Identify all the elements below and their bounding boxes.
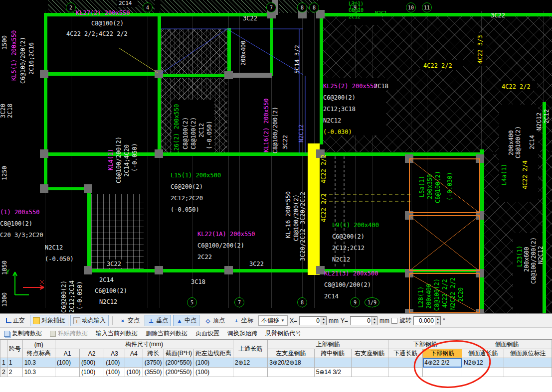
cell-side-through-rebar[interactable] (462, 368, 504, 377)
col-header[interactable]: 下部钢筋 (423, 349, 462, 358)
offset-dropdown[interactable]: 不偏移 ▼ (258, 315, 288, 326)
cantilever-rebar-code-button[interactable]: 悬臂钢筋代号 (265, 329, 301, 338)
cell-section-bh[interactable]: (200*550) (164, 358, 193, 368)
perpendicular-icon: ⊥ (148, 317, 155, 324)
col-header[interactable]: 跨长 (143, 349, 164, 358)
chevron-down-icon: ▼ (281, 318, 285, 323)
col-header[interactable]: 侧面原位标注 (504, 349, 552, 358)
col-header[interactable]: 距左边线距离 (194, 349, 233, 358)
col-group-header[interactable]: 侧面钢筋 (462, 340, 552, 349)
cell-a3[interactable]: (100) (104, 368, 125, 377)
cad-text: 4C22 2/2 (423, 63, 452, 69)
input-current-column-button[interactable]: 输入当前列数据 (96, 329, 138, 338)
y-input[interactable] (351, 317, 371, 324)
cad-text: (-0.050) (45, 256, 74, 262)
col-header[interactable]: 终点标高 (22, 349, 55, 358)
cell-span-no[interactable]: 2 (7, 368, 22, 377)
col-header[interactable]: A4 (125, 349, 143, 358)
col-group-header[interactable] (0, 340, 7, 358)
rotate-spinner[interactable]: ▲▼ (435, 317, 440, 325)
x-spinner[interactable]: ▲▼ (321, 317, 326, 325)
col-header[interactable]: 侧面通长筋 (462, 349, 504, 358)
cell-a4[interactable]: (100) (125, 368, 143, 377)
cell-end-elevation[interactable]: 10.3 (22, 368, 55, 377)
cad-text: 2C14 (529, 135, 535, 149)
row-header[interactable]: 2 (0, 368, 7, 377)
cell-section-bh[interactable]: (200*550) (164, 368, 193, 377)
col-group-header[interactable]: 下部钢筋 (388, 340, 462, 349)
intersection-label: 交点 (128, 316, 140, 325)
cell-side-through-rebar[interactable]: N2⊕12 (462, 358, 504, 368)
cell-span-length[interactable]: (3750) (143, 358, 164, 368)
cad-canvas[interactable]: 247889101157891/9KL27(2) 200x550C8@100(2… (0, 0, 552, 313)
col-header[interactable]: A2 (80, 349, 104, 358)
cad-text: 4C22 2/2 (502, 84, 531, 90)
cad-text: 2C14 (324, 293, 339, 299)
vertex-label: 顶点 (213, 316, 225, 325)
cell-a2[interactable]: (100) (80, 368, 104, 377)
cell-top-through-rebar[interactable]: 2⊕12 (233, 358, 268, 368)
col-header[interactable]: 跨中钢筋 (314, 349, 351, 358)
cell-a3[interactable]: (100) (104, 358, 125, 368)
vertex-snap-button[interactable]: ◇ 顶点 (201, 315, 228, 326)
cell-right-support-rebar[interactable] (351, 368, 388, 377)
cad-text: 2C20 (458, 287, 464, 302)
coordinate-snap-button[interactable]: + 坐标 (230, 315, 256, 326)
col-group-header[interactable]: 上部钢筋 (268, 340, 388, 349)
cell-bottom-rebar[interactable]: 4⊕22 2/2 (423, 358, 462, 368)
cell-right-support-rebar[interactable] (351, 358, 388, 368)
y-spinner[interactable]: ▲▼ (371, 317, 377, 325)
dynamic-input-button[interactable]: I 动态输入 (70, 315, 109, 326)
cell-left-support-rebar[interactable] (268, 368, 315, 377)
page-setup-button[interactable]: 页面设置 (195, 329, 219, 338)
cell-dist-left-edge[interactable]: (100) (194, 358, 233, 368)
rotate-input[interactable] (414, 317, 435, 324)
cell-a4[interactable] (125, 358, 143, 368)
col-header[interactable]: 右支座钢筋 (351, 349, 388, 358)
col-header[interactable]: 下通长筋 (388, 349, 423, 358)
rotate-checkbox[interactable] (391, 318, 397, 324)
object-snap-button[interactable]: 对象捕捉 (30, 315, 68, 326)
cell-side-insitu-rebar[interactable] (504, 358, 552, 368)
cell-span-no[interactable]: 1 (7, 358, 22, 368)
intersection-snap-button[interactable]: × 交点 (116, 315, 143, 326)
perpendicular-snap-button[interactable]: ⊥ 垂点 (145, 315, 171, 326)
grid-line (71, 11, 71, 308)
row-header[interactable]: 1 (0, 358, 7, 368)
cell-a2[interactable]: (500) (80, 358, 104, 368)
cad-text: (1) 200x550 (0, 209, 39, 215)
paste-span-data-button[interactable]: 粘贴跨数据 (50, 329, 88, 338)
col-group-header[interactable]: (m) (22, 340, 55, 349)
copy-span-data-button[interactable]: 复制跨数据 (4, 329, 42, 338)
cell-bottom-through-rebar[interactable] (388, 368, 423, 377)
cell-mid-span-rebar[interactable] (314, 358, 351, 368)
span-data-table-wrap: 跨号(m)构件尺寸(mm)上通长筋上部钢筋下部钢筋侧面钢筋终点标高A1A2A3A… (0, 339, 552, 392)
cell-end-elevation[interactable]: 10.3 (22, 358, 55, 368)
col-header[interactable]: A3 (104, 349, 125, 358)
cell-span-length[interactable]: (3550) (143, 368, 164, 377)
cell-bottom-rebar[interactable] (423, 368, 462, 377)
ortho-button[interactable]: 正交 (3, 315, 28, 326)
col-header[interactable]: 截面(B*H) (164, 349, 193, 358)
delete-current-column-button[interactable]: 删除当前列数据 (146, 329, 187, 338)
cell-a1[interactable]: (100) (55, 358, 79, 368)
midpoint-snap-button[interactable]: ▲ 中点 (173, 315, 199, 326)
col-group-header[interactable]: 跨号 (7, 340, 22, 358)
cell-a1[interactable] (55, 368, 79, 377)
x-input[interactable] (300, 317, 321, 324)
cell-side-insitu-rebar[interactable] (504, 368, 552, 377)
cad-text: 4C22 2/2 (442, 279, 448, 308)
col-group-header[interactable]: 上通长筋 (233, 340, 268, 358)
col-header[interactable]: 左支座钢筋 (268, 349, 315, 358)
cell-mid-span-rebar[interactable]: 5⊕14 3/2 (314, 368, 351, 377)
cell-top-through-rebar[interactable] (233, 368, 268, 377)
cell-left-support-rebar[interactable]: 3⊕20/2⊕18 (268, 358, 315, 368)
cad-text: C6@100/200(2) (116, 136, 122, 183)
col-group-header[interactable]: 构件尺寸(mm) (55, 340, 233, 349)
col-header[interactable]: A1 (55, 349, 79, 358)
cad-text: N2C1 (375, 11, 387, 16)
cell-bottom-through-rebar[interactable] (388, 358, 423, 368)
swap-start-span-button[interactable]: 调换起始跨 (227, 329, 257, 338)
cad-text: 4C22 2/4 (522, 160, 528, 189)
cell-dist-left-edge[interactable]: (100) (194, 368, 233, 377)
